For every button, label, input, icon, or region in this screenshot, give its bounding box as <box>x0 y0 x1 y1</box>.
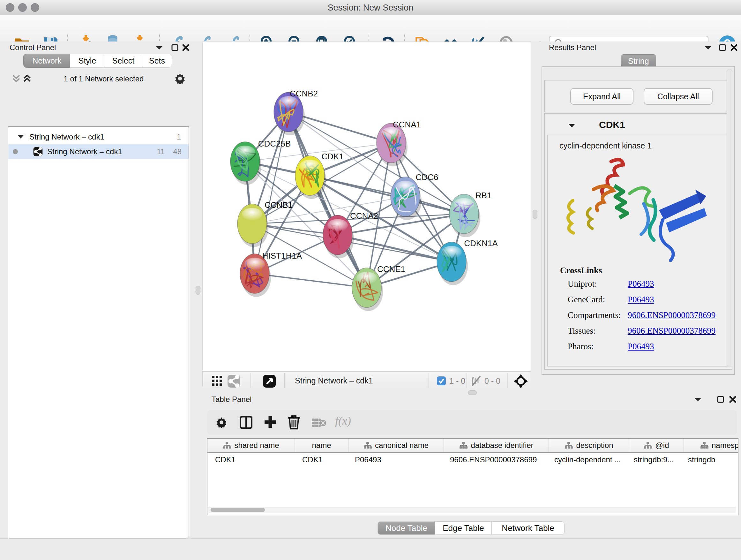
results-panel-title: Results Panel <box>549 43 596 52</box>
table-horizontal-scrollbar[interactable] <box>208 507 736 513</box>
results-panel-close-icon[interactable] <box>730 44 738 51</box>
table-scrollbar-thumb[interactable] <box>211 508 265 512</box>
tab-edge-table[interactable]: Edge Table <box>434 521 492 535</box>
crosshair-icon[interactable] <box>514 374 528 388</box>
separator <box>508 373 508 388</box>
tab-network[interactable]: Network <box>23 54 71 68</box>
grid-view-icon[interactable] <box>212 376 223 387</box>
tab-style[interactable]: Style <box>70 54 105 68</box>
collapse-all-networks-icon[interactable] <box>11 73 21 84</box>
table-cell[interactable]: stringdb <box>680 453 738 467</box>
hidden-eye-icon[interactable] <box>471 375 482 386</box>
expand-all-button[interactable]: Expand All <box>570 88 633 105</box>
node-CDC6[interactable] <box>391 177 421 220</box>
table-settings-gear-icon[interactable] <box>216 417 227 428</box>
column-header-shared-name[interactable]: shared name <box>207 439 295 452</box>
network-options-gear-icon[interactable] <box>174 73 186 84</box>
column-header-database-identifier[interactable]: database identifier <box>444 439 549 452</box>
right-splitter-handle[interactable] <box>533 210 537 219</box>
main-toolbar: ? <box>0 15 741 42</box>
table-cell[interactable]: stringdb:9... <box>626 453 680 467</box>
entry-collapse-arrow-icon[interactable] <box>568 123 576 129</box>
cytoscape-window: Session: New Session <box>0 0 741 560</box>
node-table: shared namenamecanonical namedatabase id… <box>207 438 738 515</box>
results-panel-menu-icon[interactable] <box>704 45 712 51</box>
table-cell[interactable]: P06493 <box>347 453 442 467</box>
expand-collapse-bar: Expand All Collapse All <box>544 80 732 112</box>
control-panel-menu-icon[interactable] <box>155 45 163 51</box>
network-view-toolbar: String Network – cdk1 1 - 0 0 - 0 <box>202 371 530 390</box>
node-label-CDK1: CDK1 <box>321 152 343 161</box>
separator <box>251 373 251 388</box>
add-column-icon[interactable] <box>264 415 277 429</box>
column-header-canonical-name[interactable]: canonical name <box>348 439 444 452</box>
show-column-panel-icon[interactable] <box>240 416 253 429</box>
separator <box>284 373 285 388</box>
edge-CDK1-RB1[interactable] <box>310 176 464 214</box>
tab-select[interactable]: Select <box>104 54 143 68</box>
right-splitter[interactable] <box>530 42 539 390</box>
tab-network-table[interactable]: Network Table <box>491 521 564 535</box>
selected-checkbox-icon[interactable] <box>436 376 446 386</box>
crosslink-link[interactable]: 9606.ENSP00000378699 <box>628 326 716 336</box>
control-panel-close-icon[interactable] <box>182 44 190 51</box>
table-cell[interactable]: 9606.ENSP00000378699 <box>442 453 547 467</box>
crosslink-link[interactable]: P06493 <box>628 279 654 289</box>
results-panel-float-icon[interactable] <box>719 44 726 51</box>
network-canvas[interactable]: CCNB2CCNA1CDC25BCDK1CDC6RB1CCNB1CCNA2CDK… <box>202 42 531 372</box>
node-CCNA2[interactable] <box>323 215 354 258</box>
crosslink-row: GeneCard:P06493 <box>568 295 721 305</box>
network-collection-row[interactable]: String Network – cdk1 1 <box>8 130 189 144</box>
results-scrollbar[interactable] <box>727 69 732 367</box>
crosslink-link[interactable]: P06493 <box>628 295 654 305</box>
node-label-CCNE1: CCNE1 <box>377 264 405 274</box>
network-node-count: 11 <box>157 147 165 156</box>
edge-CCNB2-CCNE1[interactable] <box>288 112 367 288</box>
tab-string-results[interactable]: String <box>621 54 656 68</box>
network-list: String Network – cdk1 1 String Network –… <box>8 126 189 560</box>
control-panel-float-icon[interactable] <box>171 44 179 51</box>
horizontal-splitter[interactable] <box>202 390 741 395</box>
separator <box>428 373 429 388</box>
column-header-description[interactable]: description <box>549 439 629 452</box>
network-row-selected[interactable]: String Network – cdk1 11 48 <box>8 144 189 159</box>
expand-all-networks-icon[interactable] <box>22 73 32 84</box>
collapse-all-button[interactable]: Collapse All <box>644 88 713 105</box>
detach-view-icon[interactable] <box>263 374 276 388</box>
node-label-CCNA1: CCNA1 <box>393 120 421 129</box>
string-view-icon[interactable] <box>227 374 241 388</box>
column-header-name[interactable]: name <box>295 439 348 452</box>
table-row[interactable]: CDK1CDK1P064939606.ENSP00000378699cyclin… <box>207 453 738 467</box>
collapse-arrow-icon[interactable] <box>17 134 24 140</box>
table-cell[interactable]: cyclin-dependent ... <box>547 453 626 467</box>
table-cell[interactable]: CDK1 <box>207 453 294 467</box>
hidden-count: 0 - 0 <box>484 376 500 386</box>
table-body: CDK1CDK1P064939606.ENSP00000378699cyclin… <box>207 453 738 467</box>
clear-table-icon[interactable] <box>312 418 326 428</box>
control-panel: Control Panel Network Style Select Sets … <box>0 42 194 543</box>
node-RB1[interactable] <box>449 194 480 237</box>
table-cell[interactable]: CDK1 <box>294 453 347 467</box>
table-panel-close-icon[interactable] <box>729 395 737 403</box>
column-header-namespace[interactable]: namespace <box>684 439 738 452</box>
crosslink-link[interactable]: P06493 <box>628 341 654 352</box>
delete-column-icon[interactable] <box>287 415 300 429</box>
node-CDKN1A[interactable] <box>437 242 468 285</box>
edge-HIST1H1A-CCNE1[interactable] <box>255 273 367 288</box>
tab-node-table[interactable]: Node Table <box>378 521 435 535</box>
node-CCNE1[interactable] <box>352 268 383 311</box>
horizontal-splitter-handle[interactable] <box>468 390 477 395</box>
column-header--id[interactable]: @id <box>629 439 684 452</box>
crosslink-link[interactable]: 9606.ENSP00000378699 <box>628 310 716 320</box>
node-CCNB2[interactable] <box>274 92 305 135</box>
node-label-CDC25B: CDC25B <box>258 139 291 148</box>
tab-sets[interactable]: Sets <box>142 54 172 68</box>
table-panel-menu-icon[interactable] <box>694 396 702 403</box>
left-splitter-handle[interactable] <box>196 286 200 295</box>
edge-CCNA2-CDKN1A[interactable] <box>338 235 452 262</box>
function-builder-icon[interactable]: f(x) <box>335 414 351 428</box>
table-panel-float-icon[interactable] <box>717 395 724 403</box>
left-splitter[interactable] <box>194 42 202 543</box>
node-CCNB1[interactable] <box>238 204 268 247</box>
edge-CCNB2-HIST1H1A[interactable] <box>255 112 288 273</box>
